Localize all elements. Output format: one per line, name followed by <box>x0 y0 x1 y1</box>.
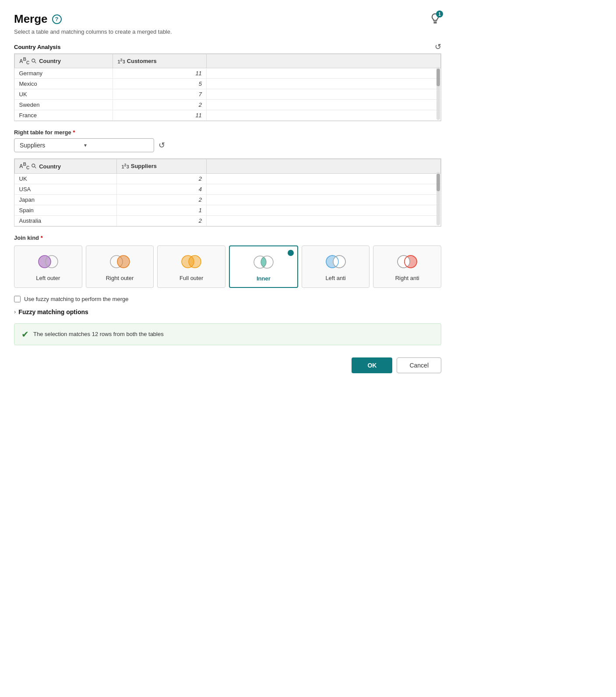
full-outer-label: Full outer <box>180 275 203 281</box>
join-kind-right-anti[interactable]: Right anti <box>373 245 441 288</box>
right-outer-label: Right outer <box>106 275 134 281</box>
fuzzy-label[interactable]: Use fuzzy matching to perform the merge <box>24 296 128 302</box>
table-row[interactable]: Spain1 <box>15 205 441 215</box>
fuzzy-options-label: Fuzzy matching options <box>18 308 88 315</box>
table-row[interactable]: UK2 <box>15 173 441 184</box>
join-kind-label: Join kind * <box>14 235 441 241</box>
lightbulb-button[interactable]: 1 <box>429 12 441 26</box>
svg-point-5 <box>39 256 51 268</box>
svg-point-10 <box>189 256 201 268</box>
full-outer-venn-icon <box>179 253 204 270</box>
left-anti-label: Left anti <box>325 275 345 281</box>
join-kind-left-anti[interactable]: Left anti <box>302 245 370 288</box>
bottom-table-refresh-icon[interactable]: ↺ <box>158 141 165 149</box>
top-table-label: Country Analysis <box>14 44 60 50</box>
fuzzy-checkbox[interactable] <box>14 296 21 302</box>
join-kind-inner[interactable]: Inner <box>229 245 298 288</box>
fuzzy-checkbox-row: Use fuzzy matching to perform the merge <box>14 296 441 302</box>
table-row[interactable]: Japan2 <box>15 194 441 205</box>
right-table-dropdown[interactable]: Suppliers ▾ <box>14 138 154 152</box>
fuzzy-options-chevron-icon: › <box>14 308 16 315</box>
top-table-refresh-icon[interactable]: ↺ <box>435 43 441 51</box>
help-icon[interactable]: ? <box>52 14 62 24</box>
right-anti-venn-icon <box>395 253 419 270</box>
left-outer-label: Left outer <box>36 275 60 281</box>
bottom-col-empty <box>206 159 440 173</box>
join-kind-full-outer[interactable]: Full outer <box>157 245 225 288</box>
bottom-table: ABC Country 123 Suppliers UK2USA4Japan2S… <box>14 159 441 226</box>
cancel-button[interactable]: Cancel <box>397 357 441 373</box>
top-table-scrollbar[interactable] <box>436 67 440 120</box>
bottom-table-scrollbar[interactable] <box>436 172 440 225</box>
match-check-icon: ✔ <box>21 329 29 340</box>
svg-point-3 <box>32 164 35 167</box>
svg-line-4 <box>35 167 36 168</box>
page-title: Merge <box>14 12 48 26</box>
top-table-container: ABC Country 123 Customers Germany11Mexic… <box>14 53 441 121</box>
svg-point-8 <box>117 256 130 268</box>
join-kind-right-outer[interactable]: Right outer <box>86 245 154 288</box>
match-info-banner: ✔ The selection matches 12 rows from bot… <box>14 323 441 345</box>
join-kinds-container: Left outer Right outer Full outer Inner <box>14 245 441 288</box>
inner-label: Inner <box>257 275 271 282</box>
table-row[interactable]: Australia2 <box>15 215 441 226</box>
table-row[interactable]: Mexico5 <box>15 79 441 89</box>
left-outer-venn-icon <box>36 253 60 270</box>
match-text: The selection matches 12 rows from both … <box>33 331 164 337</box>
table-row[interactable]: UK7 <box>15 89 441 100</box>
lightbulb-badge: 1 <box>436 11 443 18</box>
bottom-col-country: ABC Country <box>15 159 117 173</box>
join-kind-left-outer[interactable]: Left outer <box>14 245 82 288</box>
right-anti-label: Right anti <box>395 275 419 281</box>
footer-buttons: OK Cancel <box>14 357 441 373</box>
top-table: ABC Country 123 Customers Germany11Mexic… <box>14 54 441 121</box>
left-anti-venn-icon <box>324 253 348 270</box>
table-row[interactable]: France11 <box>15 110 441 121</box>
svg-point-1 <box>32 59 35 62</box>
fuzzy-options-toggle[interactable]: › Fuzzy matching options <box>14 308 441 315</box>
ok-button[interactable]: OK <box>352 357 392 373</box>
selected-indicator <box>288 250 294 256</box>
svg-line-2 <box>35 62 36 63</box>
right-table-label: Right table for merge * <box>14 129 441 136</box>
top-col-country: ABC Country <box>15 54 113 68</box>
top-col-empty <box>206 54 440 68</box>
top-col-customers: 123 Customers <box>113 54 206 68</box>
bottom-col-suppliers: 123 Suppliers <box>117 159 206 173</box>
dropdown-chevron-icon: ▾ <box>84 142 148 148</box>
table-row[interactable]: USA4 <box>15 184 441 194</box>
inner-venn-icon <box>251 253 276 271</box>
page-subtitle: Select a table and matching columns to c… <box>14 28 441 35</box>
table-row[interactable]: Sweden2 <box>15 100 441 110</box>
table-row[interactable]: Germany11 <box>15 68 441 79</box>
bottom-table-container: ABC Country 123 Suppliers UK2USA4Japan2S… <box>14 158 441 226</box>
right-outer-venn-icon <box>108 253 132 270</box>
